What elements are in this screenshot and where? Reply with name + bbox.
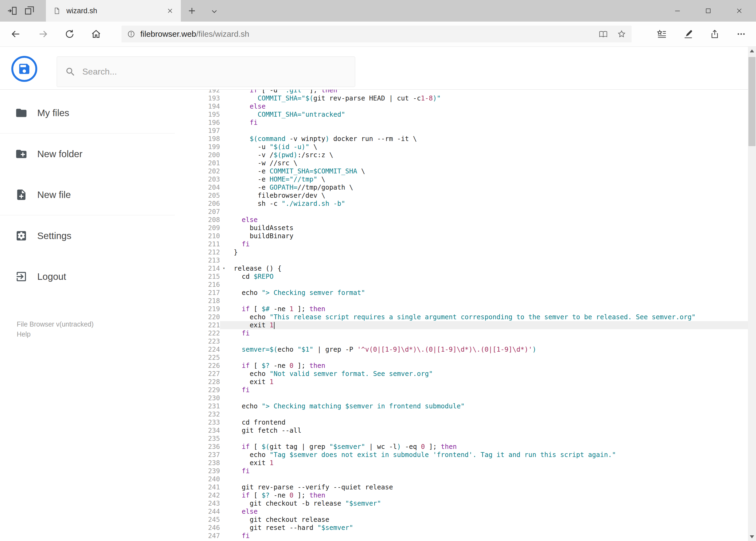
code-line[interactable]: 215 cd $REPO: [175, 272, 748, 280]
line-number: 210: [175, 232, 220, 240]
sidebar-item-logout[interactable]: Logout: [0, 256, 175, 297]
window-minimize-button[interactable]: [665, 0, 690, 22]
tab-list-chevron-icon[interactable]: [210, 7, 219, 16]
tab-close-icon[interactable]: [166, 7, 174, 15]
line-number: 236: [175, 443, 220, 451]
code-line[interactable]: 201 -w //src \: [175, 159, 748, 167]
code-line[interactable]: 192 if [ -d ".git" ]; then: [175, 90, 748, 94]
app-logo[interactable]: [11, 56, 37, 82]
home-icon[interactable]: [91, 29, 102, 39]
code-line[interactable]: 227 echo "Not valid semver format. See s…: [175, 370, 748, 378]
fold-marker-icon[interactable]: ▾: [220, 265, 234, 272]
code-line[interactable]: 236 if [ $(git tag | grep "$semver" | wc…: [175, 443, 748, 451]
code-line[interactable]: 202 -e COMMIT_SHA=$COMMIT_SHA \: [175, 167, 748, 175]
code-line[interactable]: 230: [175, 394, 748, 402]
code-line[interactable]: 196 fi: [175, 119, 748, 127]
sidebar-item-new-folder[interactable]: New folder: [0, 134, 175, 174]
url-text[interactable]: filebrowser.web/files/wizard.sh: [140, 29, 590, 39]
code-line[interactable]: 197: [175, 127, 748, 135]
scroll-up-icon[interactable]: [750, 49, 754, 52]
line-number: 202: [175, 167, 220, 175]
code-line[interactable]: 206 sh -c "./wizard.sh -b": [175, 200, 748, 208]
back-icon[interactable]: [10, 29, 21, 39]
scroll-down-icon[interactable]: [750, 535, 754, 538]
code-line[interactable]: 233 cd frontend: [175, 418, 748, 426]
code-line[interactable]: 245 git checkout release: [175, 516, 748, 524]
sidebar-item-my-files[interactable]: My files: [0, 92, 175, 133]
favorite-star-icon[interactable]: [617, 29, 626, 39]
code-line[interactable]: 220 echo "This release script requires a…: [175, 313, 748, 321]
code-line[interactable]: 204 -e GOPATH=//tmp/gopath \: [175, 184, 748, 192]
code-line[interactable]: 239 fi: [175, 467, 748, 475]
code-line[interactable]: 221 exit 1: [175, 321, 748, 329]
code-line[interactable]: 229 fi: [175, 386, 748, 394]
code-line[interactable]: 244 else: [175, 507, 748, 516]
line-number: 228: [175, 378, 220, 386]
code-line[interactable]: 198 $(command -v winpty) docker run --rm…: [175, 135, 748, 143]
code-line[interactable]: 242 if [ $? -ne 0 ]; then: [175, 491, 748, 499]
browser-tab[interactable]: wizard.sh: [46, 0, 181, 22]
code-line[interactable]: 214▾release () {: [175, 265, 748, 272]
sidebar-item-new-file[interactable]: New file: [0, 174, 175, 215]
code-line[interactable]: 205 filebrowser/dev \: [175, 192, 748, 200]
code-line[interactable]: 200 -v /$(pwd):/src:z \: [175, 151, 748, 159]
code-line[interactable]: 219 if [ $# -ne 1 ]; then: [175, 305, 748, 313]
code-line[interactable]: 243 git checkout -b release "$semver": [175, 499, 748, 507]
code-line[interactable]: 231 echo "> Checking matching $semver in…: [175, 402, 748, 410]
code-line[interactable]: 237 echo "Tag $semver does not exist in …: [175, 451, 748, 459]
search-box[interactable]: [57, 56, 355, 87]
sidebar-item-settings[interactable]: Settings: [0, 215, 175, 256]
code-line[interactable]: 216: [175, 280, 748, 289]
web-note-pen-icon[interactable]: [683, 29, 693, 39]
forward-icon[interactable]: [38, 29, 49, 39]
code-line[interactable]: 223: [175, 337, 748, 345]
window-maximize-button[interactable]: [695, 0, 721, 22]
code-line[interactable]: 232: [175, 410, 748, 418]
code-line[interactable]: 195 COMMIT_SHA="untracked": [175, 111, 748, 119]
scrollbar-thumb[interactable]: [748, 57, 755, 146]
code-text: release () {: [234, 265, 748, 272]
set-tabs-aside-icon[interactable]: [6, 5, 18, 16]
code-line[interactable]: 213: [175, 256, 748, 265]
reading-view-icon[interactable]: [599, 29, 608, 39]
code-line[interactable]: 193 COMMIT_SHA="$(git rev-parse HEAD | c…: [175, 94, 748, 102]
code-line[interactable]: 210 buildBinary: [175, 232, 748, 240]
search-input[interactable]: [82, 67, 347, 77]
share-page-icon[interactable]: [710, 29, 720, 39]
code-line[interactable]: 211 fi: [175, 240, 748, 248]
code-line[interactable]: 241 git rev-parse --verify --quiet relea…: [175, 483, 748, 491]
tabs-preview-icon[interactable]: [24, 5, 35, 16]
code-line[interactable]: 208 else: [175, 216, 748, 224]
site-info-icon[interactable]: [127, 30, 135, 38]
code-line[interactable]: 212}: [175, 248, 748, 256]
code-line[interactable]: 209 buildAssets: [175, 224, 748, 232]
code-line[interactable]: 228 exit 1: [175, 378, 748, 386]
code-line[interactable]: 247 fi: [175, 532, 748, 540]
new-tab-button[interactable]: [187, 6, 197, 16]
code-editor[interactable]: 192 if [ -d ".git" ]; then193 COMMIT_SHA…: [175, 90, 748, 541]
fold-gutter: [220, 451, 234, 459]
code-line[interactable]: 246 git reset --hard "$semver": [175, 524, 748, 532]
code-line[interactable]: 240: [175, 475, 748, 483]
code-line[interactable]: 217 echo "> Checking semver format": [175, 289, 748, 297]
line-number: 219: [175, 305, 220, 313]
code-line[interactable]: 222 fi: [175, 329, 748, 337]
code-line[interactable]: 235: [175, 435, 748, 443]
code-line[interactable]: 226 if [ $? -ne 0 ]; then: [175, 362, 748, 370]
page-scrollbar[interactable]: [748, 47, 756, 541]
code-line[interactable]: 207: [175, 208, 748, 216]
window-close-button[interactable]: [727, 0, 752, 22]
code-line[interactable]: 234 git fetch --all: [175, 426, 748, 435]
address-bar[interactable]: filebrowser.web/files/wizard.sh: [122, 26, 631, 42]
code-line[interactable]: 199 -u "$(id -u)" \: [175, 143, 748, 151]
code-line[interactable]: 218: [175, 297, 748, 305]
help-link[interactable]: Help: [17, 329, 94, 339]
hub-favorites-icon[interactable]: [657, 29, 667, 39]
code-line[interactable]: 203 -e HOME="//tmp" \: [175, 175, 748, 184]
code-line[interactable]: 225: [175, 353, 748, 362]
code-line[interactable]: 194 else: [175, 102, 748, 111]
code-line[interactable]: 224 semver=$(echo "$1" | grep -P '^v(0|[…: [175, 345, 748, 353]
code-line[interactable]: 238 exit 1: [175, 459, 748, 467]
refresh-icon[interactable]: [64, 29, 75, 39]
more-menu-icon[interactable]: [736, 29, 746, 39]
